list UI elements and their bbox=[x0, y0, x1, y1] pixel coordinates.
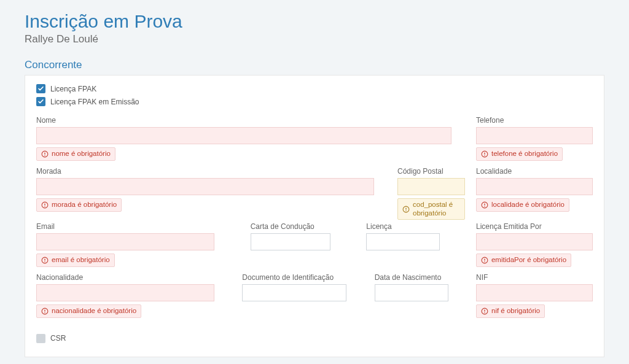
svg-point-8 bbox=[44, 206, 45, 206]
check-icon bbox=[36, 97, 45, 106]
label-morada: Morada bbox=[36, 167, 374, 176]
checkbox-csr[interactable]: CSR bbox=[36, 334, 593, 343]
input-email[interactable] bbox=[36, 233, 214, 250]
input-carta[interactable] bbox=[251, 233, 330, 250]
label-nacionalidade: Nacionalidade bbox=[36, 273, 214, 282]
error-localidade: localidade é obrigatório bbox=[476, 198, 569, 212]
input-cod-postal[interactable] bbox=[397, 178, 465, 195]
error-nacionalidade: nacionalidade é obrigatório bbox=[36, 304, 141, 318]
checkbox-licenca-fpak-emissao[interactable]: Licença FPAK em Emissão bbox=[36, 97, 593, 106]
checkbox-label: Licença FPAK em Emissão bbox=[50, 98, 139, 106]
label-carta: Carta de Condução bbox=[251, 222, 330, 231]
label-doc-id: Documento de Identificação bbox=[242, 273, 346, 282]
error-telefone: telefone é obrigatório bbox=[476, 147, 563, 161]
error-nome: nome é obrigatório bbox=[36, 147, 115, 161]
input-nome[interactable] bbox=[36, 127, 451, 144]
checkbox-label: CSR bbox=[50, 334, 66, 343]
svg-point-5 bbox=[484, 155, 485, 155]
field-nome: Nome nome é obrigatório bbox=[36, 116, 451, 161]
checkbox-licenca-fpak[interactable]: Licença FPAK bbox=[36, 84, 593, 93]
field-licenca: Licença bbox=[366, 222, 440, 267]
label-cod-postal: Código Postal bbox=[397, 167, 465, 176]
input-localidade[interactable] bbox=[476, 178, 593, 195]
field-emitida-por: Licença Emitida Por emitidaPor é obrigat… bbox=[476, 222, 593, 267]
svg-point-26 bbox=[484, 312, 485, 313]
field-cod-postal: Código Postal cod_postal é obrigatório bbox=[397, 167, 465, 220]
page-subtitle: Rallye De Loulé bbox=[25, 33, 604, 45]
label-localidade: Localidade bbox=[476, 167, 593, 176]
error-nif: nif é obrigatório bbox=[476, 304, 545, 318]
field-telefone: Telefone telefone é obrigatório bbox=[476, 116, 593, 161]
checkbox-unchecked-icon bbox=[36, 334, 45, 343]
svg-point-14 bbox=[484, 206, 485, 206]
check-icon bbox=[36, 84, 45, 93]
svg-point-23 bbox=[44, 312, 45, 313]
error-morada: morada é obrigatório bbox=[36, 198, 122, 212]
label-licenca: Licença bbox=[366, 222, 440, 231]
field-email: Email email é obrigatório bbox=[36, 222, 214, 267]
label-nome: Nome bbox=[36, 116, 451, 125]
field-localidade: Localidade localidade é obrigatório bbox=[476, 167, 593, 220]
error-emitida-por: emitidaPor é obrigatório bbox=[476, 254, 571, 267]
label-nif: NIF bbox=[476, 273, 593, 282]
page: Inscrição em Prova Rallye De Loulé Conco… bbox=[0, 0, 629, 364]
svg-point-20 bbox=[484, 261, 485, 262]
input-doc-id[interactable] bbox=[242, 284, 346, 301]
input-nif[interactable] bbox=[476, 284, 593, 301]
label-email: Email bbox=[36, 222, 214, 231]
label-telefone: Telefone bbox=[476, 116, 593, 125]
field-data-nasc: Data de Nascimento bbox=[375, 273, 448, 318]
svg-point-11 bbox=[405, 210, 406, 211]
field-nacionalidade: Nacionalidade nacionalidade é obrigatóri… bbox=[36, 273, 214, 318]
label-emitida-por: Licença Emitida Por bbox=[476, 222, 593, 231]
field-doc-id: Documento de Identificação bbox=[242, 273, 346, 318]
checkbox-label: Licença FPAK bbox=[50, 85, 96, 93]
page-title: Inscrição em Prova bbox=[25, 11, 604, 32]
svg-point-2 bbox=[44, 155, 45, 155]
label-data-nasc: Data de Nascimento bbox=[375, 273, 448, 282]
input-licenca[interactable] bbox=[366, 233, 440, 250]
input-emitida-por[interactable] bbox=[476, 233, 593, 250]
warn-cod-postal: cod_postal é obrigatório bbox=[397, 198, 465, 220]
section-title: Concorrente bbox=[25, 59, 604, 71]
svg-point-17 bbox=[44, 261, 45, 262]
field-nif: NIF nif é obrigatório bbox=[476, 273, 593, 318]
input-morada[interactable] bbox=[36, 178, 374, 195]
field-carta: Carta de Condução bbox=[251, 222, 330, 267]
input-data-nasc[interactable] bbox=[375, 284, 448, 301]
error-email: email é obrigatório bbox=[36, 254, 115, 267]
input-nacionalidade[interactable] bbox=[36, 284, 214, 301]
field-morada: Morada morada é obrigatório bbox=[36, 167, 386, 220]
input-telefone[interactable] bbox=[476, 127, 593, 144]
concorrente-panel: Licença FPAK Licença FPAK em Emissão Nom… bbox=[25, 75, 604, 357]
